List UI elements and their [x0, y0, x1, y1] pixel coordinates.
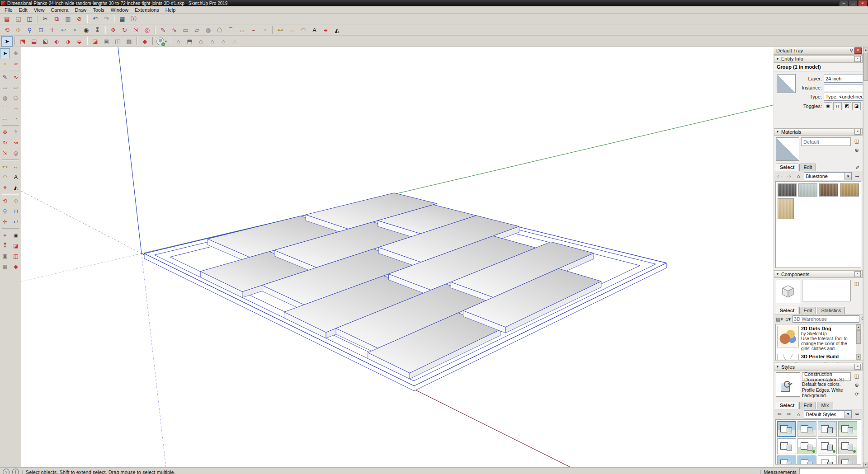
update-style-icon[interactable]: ⟳	[853, 390, 861, 398]
open-tool[interactable]: ◱	[13, 14, 24, 24]
position-camera-tool[interactable]: ⌖	[0, 230, 10, 240]
zoom-tool[interactable]: ⚲	[24, 25, 35, 35]
pie-tool[interactable]: ◔	[259, 25, 270, 35]
line-tool[interactable]: ✎	[157, 25, 169, 35]
two-point-arc-tool[interactable]: ⌓	[11, 103, 21, 113]
details-arrow-icon[interactable]: ➥	[853, 173, 861, 180]
details-arrow-icon[interactable]: ➥	[853, 410, 861, 418]
style-thumbnail[interactable]	[777, 438, 796, 454]
three-point-arc-tool[interactable]: ⌢	[0, 114, 10, 124]
menu-camera[interactable]: Camera	[47, 6, 71, 13]
warehouse-search-input[interactable]	[793, 315, 859, 323]
make-component-tool[interactable]: ❖	[11, 48, 21, 58]
menu-file[interactable]: File	[1, 6, 16, 13]
paint-bucket-tool[interactable]: ◗	[0, 59, 10, 69]
rotated-rectangle-tool[interactable]: ▱	[11, 83, 21, 93]
menu-help[interactable]: Help	[162, 6, 179, 13]
layer-dropdown[interactable]: 24 inch ▼	[824, 75, 863, 83]
offset-tool[interactable]: ◎	[142, 25, 153, 35]
create-material-icon[interactable]: ⊕	[853, 146, 861, 154]
look-around-tool[interactable]: ◉	[11, 230, 21, 240]
tab-select[interactable]: Select	[776, 164, 798, 171]
style-thumbnail[interactable]	[777, 455, 796, 465]
dimension-tool[interactable]: ↔	[286, 25, 297, 35]
section-plane-tool[interactable]: ◪	[11, 241, 21, 251]
3d-text-tool[interactable]: ◭	[11, 183, 21, 192]
components-scrollbar[interactable]: ▲ ▼	[856, 324, 861, 360]
scale-tool[interactable]: ⇲	[130, 25, 142, 35]
zoom-tool[interactable]: ⚲	[0, 206, 10, 216]
pan-tool[interactable]: ✣	[13, 25, 24, 35]
rectangle-tool[interactable]: ▭	[0, 83, 10, 93]
scale-tool[interactable]: ⇲	[0, 148, 10, 158]
material-name-field[interactable]: Default	[801, 137, 851, 146]
style-name-field[interactable]: Construction Documentation St	[802, 372, 851, 381]
component-name-field[interactable]	[802, 280, 851, 301]
display-section-cuts-tool[interactable]: ◫	[112, 36, 123, 47]
display-secondary-pane-icon[interactable]: ◫	[853, 137, 861, 145]
protractor-tool[interactable]: ◠	[0, 172, 10, 182]
move-tool[interactable]: ✥	[108, 25, 119, 35]
zoom-window-tool[interactable]: ⊡	[11, 206, 21, 216]
material-swatch[interactable]	[819, 183, 838, 197]
display-section-cuts-tool[interactable]: ◫	[11, 251, 21, 261]
zoom-extents-tool[interactable]: ✛	[47, 25, 58, 35]
union-tool[interactable]: ⬕	[40, 36, 51, 47]
scroll-thumb[interactable]	[863, 53, 868, 81]
split-tool[interactable]: ⬙	[74, 36, 85, 47]
component-list-item[interactable]: 2D Girls Dogby SketchUpUse the Interact …	[776, 324, 856, 352]
previous-tool[interactable]: ↩	[11, 217, 21, 227]
pie-tool[interactable]: ◔	[11, 114, 21, 124]
view-options-icon[interactable]: ▤▾	[775, 315, 783, 323]
eyedropper-icon[interactable]: ✐	[853, 164, 863, 171]
rotate-tool[interactable]: ↻	[0, 138, 10, 148]
tab-edit[interactable]: Edit	[799, 402, 816, 409]
style-thumbnail[interactable]	[838, 421, 857, 437]
section-plane-tool[interactable]: ◪	[90, 36, 101, 47]
polygon-tool[interactable]: ⬠	[214, 25, 225, 35]
menu-extensions[interactable]: Extensions	[132, 6, 162, 13]
new-tool[interactable]: ▤	[1, 14, 13, 24]
orbit-tool[interactable]: ⟲	[0, 196, 10, 206]
components-header[interactable]: ▼ Components ×	[774, 270, 863, 278]
back-icon[interactable]: ⇦	[775, 173, 783, 180]
paste-tool[interactable]: ▥	[62, 14, 74, 24]
style-thumbnail[interactable]	[818, 455, 837, 465]
previous-tool[interactable]: ↩	[58, 25, 69, 35]
display-section-planes-tool[interactable]: ▣	[0, 251, 10, 261]
display-section-planes-tool[interactable]: ▣	[101, 36, 112, 47]
materials-collection-dropdown[interactable]: Bluestone ▼	[804, 172, 852, 180]
cut-tool[interactable]: ✂	[40, 14, 51, 24]
axes-tool[interactable]: ⚹	[320, 25, 331, 35]
pin-icon[interactable]: ⚲	[850, 48, 853, 53]
locked-toggle[interactable]: ⊓	[833, 102, 842, 110]
material-swatch[interactable]	[778, 183, 797, 197]
circle-tool[interactable]: ◍	[203, 25, 214, 35]
save-tool[interactable]: ◫	[24, 14, 35, 24]
text-tool[interactable]: A	[309, 25, 320, 35]
account-button[interactable]: ✓▾	[155, 38, 168, 45]
scroll-down-icon[interactable]: ▼	[856, 354, 861, 360]
copy-tool[interactable]: ⧉	[51, 14, 62, 24]
view-top-tool[interactable]: ⬒	[184, 36, 195, 47]
outer-shell-tool[interactable]: ⬔	[17, 36, 28, 47]
style-thumbnail[interactable]	[797, 438, 816, 454]
materials-header[interactable]: ▼ Materials ×	[774, 128, 863, 136]
display-section-fill-tool[interactable]: ▩	[0, 262, 10, 272]
walk-tool[interactable]: ⁑	[0, 241, 10, 251]
zoom-extents-tool[interactable]: ✛	[0, 217, 10, 227]
view-back-tool[interactable]: ⌂	[218, 36, 229, 47]
styles-header[interactable]: ▼ Styles ×	[774, 363, 863, 371]
model-viewport[interactable]	[21, 47, 774, 467]
rectangle-tool[interactable]: ▭	[180, 25, 191, 35]
chevron-down-icon[interactable]: ▼	[844, 173, 851, 180]
view-iso-tool[interactable]: ⌂	[173, 36, 184, 47]
home-icon[interactable]: ⌂	[794, 410, 802, 418]
tab-select[interactable]: Select	[776, 307, 798, 314]
credits-icon[interactable]: i	[12, 469, 19, 474]
walk-tool[interactable]: ⁑	[92, 25, 103, 35]
arc-tool[interactable]: ⌒	[0, 103, 10, 113]
rotate-tool[interactable]: ↻	[119, 25, 130, 35]
tab-edit[interactable]: Edit	[799, 307, 816, 314]
home-icon[interactable]: ⌂▾	[785, 315, 791, 323]
